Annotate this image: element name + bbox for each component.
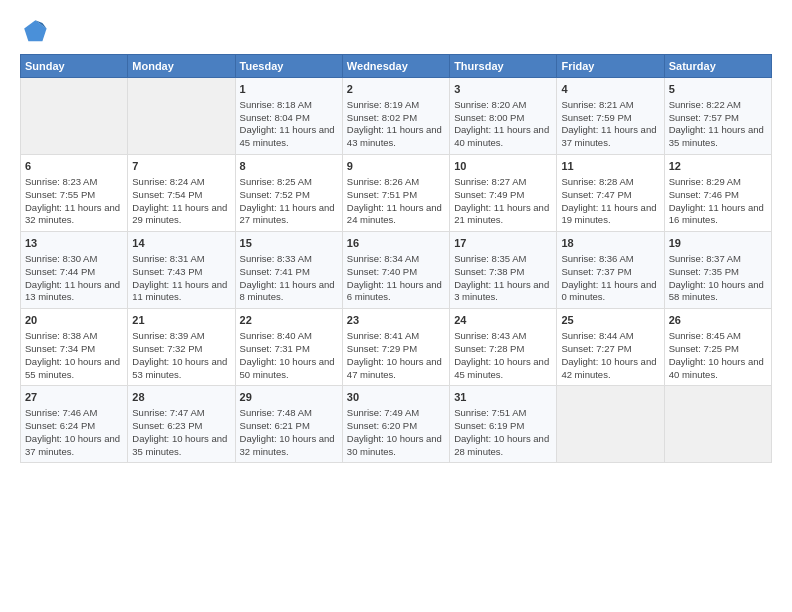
calendar-cell: 28Sunrise: 7:47 AMSunset: 6:23 PMDayligh… [128,386,235,463]
day-number: 31 [454,390,552,405]
day-info: Sunset: 7:55 PM [25,189,123,202]
day-info: Sunrise: 8:33 AM [240,253,338,266]
day-info: Sunrise: 8:44 AM [561,330,659,343]
day-number: 15 [240,236,338,251]
day-info: Sunrise: 8:41 AM [347,330,445,343]
day-number: 20 [25,313,123,328]
day-info: Sunrise: 7:49 AM [347,407,445,420]
calendar-table: SundayMondayTuesdayWednesdayThursdayFrid… [20,54,772,463]
calendar-week-3: 13Sunrise: 8:30 AMSunset: 7:44 PMDayligh… [21,232,772,309]
calendar-cell: 29Sunrise: 7:48 AMSunset: 6:21 PMDayligh… [235,386,342,463]
day-number: 11 [561,159,659,174]
day-info: Sunrise: 8:30 AM [25,253,123,266]
day-info: Sunset: 6:20 PM [347,420,445,433]
calendar-cell: 23Sunrise: 8:41 AMSunset: 7:29 PMDayligh… [342,309,449,386]
calendar-cell: 24Sunrise: 8:43 AMSunset: 7:28 PMDayligh… [450,309,557,386]
day-number: 2 [347,82,445,97]
weekday-header-wednesday: Wednesday [342,55,449,78]
day-info: Daylight: 11 hours and 8 minutes. [240,279,338,305]
day-number: 28 [132,390,230,405]
day-info: Daylight: 11 hours and 43 minutes. [347,124,445,150]
day-info: Sunrise: 8:36 AM [561,253,659,266]
day-number: 6 [25,159,123,174]
day-number: 12 [669,159,767,174]
day-info: Sunset: 7:29 PM [347,343,445,356]
calendar-cell: 18Sunrise: 8:36 AMSunset: 7:37 PMDayligh… [557,232,664,309]
day-info: Sunset: 8:02 PM [347,112,445,125]
day-number: 14 [132,236,230,251]
day-info: Sunset: 7:44 PM [25,266,123,279]
day-number: 19 [669,236,767,251]
day-info: Daylight: 11 hours and 35 minutes. [669,124,767,150]
day-info: Daylight: 11 hours and 0 minutes. [561,279,659,305]
day-info: Daylight: 11 hours and 45 minutes. [240,124,338,150]
day-info: Daylight: 10 hours and 45 minutes. [454,356,552,382]
day-info: Sunrise: 8:25 AM [240,176,338,189]
day-info: Sunrise: 7:47 AM [132,407,230,420]
day-info: Sunrise: 8:38 AM [25,330,123,343]
calendar-cell: 6Sunrise: 8:23 AMSunset: 7:55 PMDaylight… [21,155,128,232]
day-info: Sunrise: 8:27 AM [454,176,552,189]
day-info: Sunset: 7:59 PM [561,112,659,125]
calendar-cell: 5Sunrise: 8:22 AMSunset: 7:57 PMDaylight… [664,78,771,155]
day-info: Sunset: 7:35 PM [669,266,767,279]
day-info: Sunrise: 8:26 AM [347,176,445,189]
day-info: Sunrise: 8:39 AM [132,330,230,343]
day-info: Sunrise: 8:31 AM [132,253,230,266]
day-info: Sunrise: 8:18 AM [240,99,338,112]
day-info: Sunset: 6:19 PM [454,420,552,433]
day-info: Sunrise: 7:48 AM [240,407,338,420]
day-number: 5 [669,82,767,97]
weekday-header-monday: Monday [128,55,235,78]
day-number: 17 [454,236,552,251]
calendar-cell: 17Sunrise: 8:35 AMSunset: 7:38 PMDayligh… [450,232,557,309]
day-info: Sunrise: 8:34 AM [347,253,445,266]
day-info: Sunrise: 8:20 AM [454,99,552,112]
day-info: Sunrise: 8:43 AM [454,330,552,343]
day-info: Sunset: 7:57 PM [669,112,767,125]
day-number: 25 [561,313,659,328]
calendar-cell: 26Sunrise: 8:45 AMSunset: 7:25 PMDayligh… [664,309,771,386]
calendar-cell: 15Sunrise: 8:33 AMSunset: 7:41 PMDayligh… [235,232,342,309]
weekday-header-saturday: Saturday [664,55,771,78]
calendar-cell [557,386,664,463]
day-info: Daylight: 10 hours and 32 minutes. [240,433,338,459]
day-info: Sunset: 7:43 PM [132,266,230,279]
day-info: Daylight: 11 hours and 11 minutes. [132,279,230,305]
day-number: 21 [132,313,230,328]
calendar-week-4: 20Sunrise: 8:38 AMSunset: 7:34 PMDayligh… [21,309,772,386]
day-info: Sunset: 7:34 PM [25,343,123,356]
calendar-cell: 31Sunrise: 7:51 AMSunset: 6:19 PMDayligh… [450,386,557,463]
day-number: 26 [669,313,767,328]
calendar-cell: 22Sunrise: 8:40 AMSunset: 7:31 PMDayligh… [235,309,342,386]
day-info: Sunset: 8:04 PM [240,112,338,125]
day-info: Sunset: 7:40 PM [347,266,445,279]
logo-icon [20,16,48,44]
day-info: Sunset: 7:51 PM [347,189,445,202]
day-info: Daylight: 11 hours and 3 minutes. [454,279,552,305]
day-number: 29 [240,390,338,405]
day-info: Daylight: 11 hours and 29 minutes. [132,202,230,228]
day-number: 8 [240,159,338,174]
day-info: Sunset: 8:00 PM [454,112,552,125]
day-info: Sunrise: 8:40 AM [240,330,338,343]
day-info: Daylight: 10 hours and 47 minutes. [347,356,445,382]
calendar-cell: 13Sunrise: 8:30 AMSunset: 7:44 PMDayligh… [21,232,128,309]
calendar-cell: 7Sunrise: 8:24 AMSunset: 7:54 PMDaylight… [128,155,235,232]
day-info: Sunrise: 7:51 AM [454,407,552,420]
day-info: Sunrise: 8:19 AM [347,99,445,112]
day-info: Daylight: 10 hours and 58 minutes. [669,279,767,305]
calendar-cell: 9Sunrise: 8:26 AMSunset: 7:51 PMDaylight… [342,155,449,232]
day-info: Sunset: 7:52 PM [240,189,338,202]
day-number: 10 [454,159,552,174]
day-info: Sunset: 7:32 PM [132,343,230,356]
day-info: Sunset: 7:46 PM [669,189,767,202]
day-info: Sunset: 7:41 PM [240,266,338,279]
calendar-cell: 10Sunrise: 8:27 AMSunset: 7:49 PMDayligh… [450,155,557,232]
calendar-cell: 12Sunrise: 8:29 AMSunset: 7:46 PMDayligh… [664,155,771,232]
day-info: Daylight: 11 hours and 32 minutes. [25,202,123,228]
day-info: Daylight: 10 hours and 30 minutes. [347,433,445,459]
day-info: Sunset: 7:27 PM [561,343,659,356]
day-info: Sunset: 7:37 PM [561,266,659,279]
day-info: Daylight: 11 hours and 6 minutes. [347,279,445,305]
